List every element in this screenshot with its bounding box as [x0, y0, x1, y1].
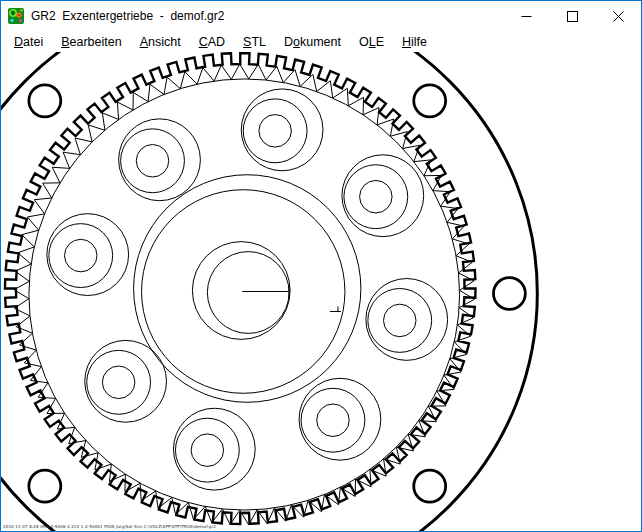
roller-hole-circle — [119, 119, 201, 201]
bolt-hole — [414, 85, 446, 117]
roller-hole-circle — [47, 214, 129, 296]
roller-outer-circle — [87, 350, 151, 414]
minimize-icon — [521, 11, 532, 22]
maximize-button[interactable] — [549, 1, 595, 31]
roller-bore-circle — [65, 239, 97, 272]
close-icon — [613, 11, 624, 22]
bore-inner-circle — [207, 252, 289, 334]
menu-item-ole[interactable]: OLE — [350, 35, 393, 49]
menu-item-dokument[interactable]: Dokument — [275, 35, 350, 49]
bolt-hole — [29, 470, 61, 502]
roller-bore-circle — [136, 145, 168, 178]
roller-bore-circle — [360, 180, 392, 213]
menu-item-bearbeiten[interactable]: Bearbeiten — [52, 35, 130, 49]
roller-outer-circle — [344, 165, 408, 229]
minimize-button[interactable] — [503, 1, 549, 31]
roller-hole-circle — [342, 155, 424, 237]
roller-bore-circle — [317, 404, 349, 437]
roller-hole-circle — [241, 89, 323, 171]
app-window: GR2 Exzentergetriebe - demof.gr2 DateiBe… — [0, 0, 642, 532]
roller-hole-circle — [366, 279, 448, 361]
roller-outer-circle — [368, 289, 432, 353]
roller-outer-circle — [243, 99, 307, 163]
menu-item-ansicht[interactable]: Ansicht — [131, 35, 190, 49]
bolt-hole — [414, 470, 446, 502]
menu-item-datei[interactable]: Datei — [5, 35, 52, 49]
gear-drawing — [1, 52, 641, 531]
eccentric-disc-outer-circle — [134, 175, 361, 403]
roller-hole-circle — [299, 378, 381, 460]
menu-item-cad[interactable]: CAD — [190, 35, 234, 49]
app-icon — [8, 8, 24, 24]
menubar: DateiBearbeitenAnsichtCADSTLDokumentOLEH… — [1, 31, 641, 52]
menu-item-hilfe[interactable]: Hilfe — [393, 35, 436, 49]
close-button[interactable] — [595, 1, 641, 31]
roller-bore-circle — [384, 304, 416, 337]
roller-outer-circle — [175, 418, 239, 482]
planet-base-circle — [29, 79, 460, 510]
roller-outer-circle — [301, 388, 365, 452]
roller-bore-circle — [191, 434, 223, 467]
roller-outer-circle — [49, 224, 113, 288]
window-controls — [503, 1, 641, 31]
roller-outer-circle — [121, 129, 185, 193]
menu-item-stl[interactable]: STL — [234, 35, 275, 49]
roller-bore-circle — [259, 115, 291, 148]
roller-hole-circle — [85, 340, 167, 422]
bolt-hole — [493, 278, 525, 310]
bolt-hole — [29, 85, 61, 117]
titlebar: GR2 Exzentergetriebe - demof.gr2 — [1, 1, 641, 31]
maximize-icon — [567, 11, 578, 22]
roller-hole-circle — [173, 408, 255, 490]
status-line: 2010-11-07 8:28 HRX-3-5006 4.21V 1.0-500… — [3, 524, 216, 529]
drawing-canvas[interactable]: 2010-11-07 8:28 HRX-3-5006 4.21V 1.0-500… — [1, 52, 641, 531]
roller-bore-circle — [102, 366, 134, 399]
window-title: GR2 Exzentergetriebe - demof.gr2 — [31, 9, 224, 23]
